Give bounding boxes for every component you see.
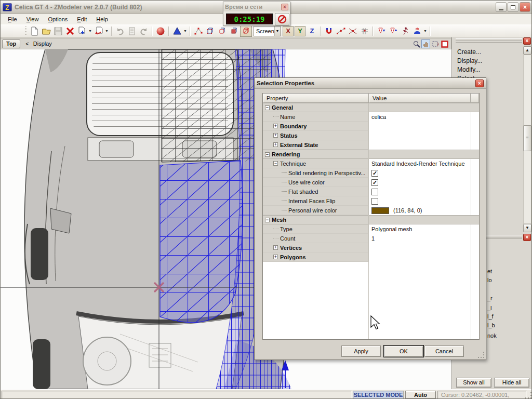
import-button[interactable]	[76, 25, 88, 37]
property-checkbox[interactable]	[371, 189, 378, 195]
property-row[interactable]: Flat shaded	[263, 187, 479, 196]
axis-x-toggle[interactable]: X	[283, 26, 294, 36]
column-header-property[interactable]: Property	[263, 94, 369, 103]
object-list-item[interactable]: l_f	[487, 313, 494, 320]
export-button[interactable]	[92, 25, 104, 37]
expand-toggle-icon[interactable]: +	[273, 255, 278, 259]
object-list-item[interactable]: _r	[487, 295, 493, 301]
command-create[interactable]: Create...	[457, 48, 504, 57]
objects-panel-close-icon[interactable]: ×	[523, 234, 531, 241]
scroll-down-icon[interactable]: ▼	[523, 224, 531, 232]
orbit-tool-icon[interactable]	[431, 39, 440, 48]
animation-set-icon[interactable]	[411, 25, 423, 37]
new-file-button[interactable]	[28, 25, 40, 37]
object-list-item[interactable]: lo	[487, 277, 492, 283]
object-list-item[interactable]: _l	[487, 305, 492, 311]
command-modify[interactable]: Modify...	[457, 66, 504, 74]
property-row[interactable]: −Rendering	[263, 150, 479, 159]
property-value[interactable]: 1	[371, 235, 375, 242]
property-row[interactable]: −TechniqueStandard Indexed-Render Techni…	[263, 159, 479, 168]
expand-toggle-icon[interactable]: +	[273, 245, 278, 250]
cone-dropdown-icon[interactable]: ▼	[183, 25, 188, 37]
property-row[interactable]: −Mesh	[263, 215, 479, 224]
timer-close-icon[interactable]: ×	[281, 4, 288, 10]
command-display[interactable]: Display...	[457, 57, 504, 65]
expand-toggle-icon[interactable]: +	[273, 124, 278, 128]
toolbar-grip[interactable]	[25, 26, 26, 36]
view-tab-top[interactable]: Top	[2, 39, 20, 48]
cone-tool-icon[interactable]	[171, 25, 183, 37]
object-list-item[interactable]: l_b	[487, 322, 495, 328]
property-row[interactable]: Use wire color✓	[263, 178, 479, 187]
menu-edit[interactable]: Edit	[73, 15, 91, 23]
combobox-dropdown-icon[interactable]: ▼	[274, 26, 280, 36]
object-list-item[interactable]: nok	[487, 332, 497, 339]
property-value[interactable]: Polygonal mesh	[371, 226, 412, 232]
expand-toggle-icon[interactable]: −	[265, 218, 270, 222]
property-value[interactable]: celica	[371, 114, 386, 120]
scroll-thumb[interactable]: ≡	[523, 125, 531, 151]
save-button[interactable]	[52, 25, 64, 37]
weld-vertices-icon[interactable]	[335, 25, 347, 37]
axis-y-toggle[interactable]: Y	[295, 26, 305, 36]
property-checkbox[interactable]	[371, 198, 378, 205]
view-menu-arrow[interactable]: <	[25, 41, 29, 47]
history-log-button[interactable]	[126, 25, 138, 37]
mode-faces-icon[interactable]	[228, 25, 240, 37]
expand-toggle-icon[interactable]: +	[273, 142, 278, 147]
runner-animation-icon[interactable]	[399, 25, 411, 37]
scroll-up-icon[interactable]: ▲	[523, 46, 531, 55]
property-row[interactable]: Internal Faces Flip	[263, 196, 479, 206]
property-row[interactable]: +Polygons	[263, 252, 479, 262]
commands-scrollbar[interactable]: ▲ ≡ ▼	[523, 37, 531, 233]
show-all-button[interactable]: Show all	[456, 378, 491, 388]
dialog-resize-grip[interactable]	[478, 352, 485, 358]
property-row[interactable]: TypePolygonal mesh	[263, 224, 479, 234]
property-row[interactable]: +External State	[263, 140, 479, 150]
close-button[interactable]: ×	[520, 2, 530, 12]
expand-toggle-icon[interactable]: +	[273, 133, 278, 138]
redo-button[interactable]	[138, 25, 150, 37]
cone-up-tool-icon[interactable]	[387, 25, 399, 37]
property-row[interactable]: Solid rendering in Perspectiv...✓	[263, 168, 479, 178]
column-header-value[interactable]: Value	[369, 94, 471, 103]
dialog-close-icon[interactable]: ×	[475, 79, 484, 87]
minimize-button[interactable]	[496, 2, 507, 12]
expand-toggle-icon[interactable]: −	[265, 152, 270, 157]
property-row[interactable]: Personal wire color(116, 84, 0)	[263, 206, 479, 215]
expand-toggle-icon[interactable]: −	[265, 105, 270, 110]
maximize-viewport-icon[interactable]	[440, 39, 449, 48]
property-value[interactable]: Standard Indexed-Render Technique	[371, 161, 465, 167]
mode-edges-icon[interactable]	[216, 25, 228, 37]
apply-button[interactable]: Apply	[341, 345, 381, 357]
property-row[interactable]: Count1	[263, 234, 479, 243]
axis-z-toggle[interactable]: Z	[307, 26, 317, 36]
mode-objects-icon[interactable]	[240, 25, 252, 37]
select-vertices-icon[interactable]	[192, 25, 204, 37]
view-display-menu[interactable]: Display	[33, 41, 52, 47]
zoom-tool-icon[interactable]	[412, 39, 421, 48]
undo-button[interactable]	[114, 25, 126, 37]
property-checkbox[interactable]: ✓	[371, 170, 378, 177]
break-vertices-icon[interactable]	[347, 25, 358, 37]
animation-dropdown-icon[interactable]: ▼	[423, 25, 428, 37]
menu-help[interactable]: Help	[92, 15, 112, 23]
restore-button[interactable]	[508, 2, 518, 12]
cone-down-tool-icon[interactable]	[375, 25, 387, 37]
dialog-titlebar[interactable]: Selection Properties ×	[255, 78, 486, 89]
import-dropdown-icon[interactable]: ▼	[88, 25, 92, 37]
property-row[interactable]: Namecelica	[263, 112, 479, 122]
property-value[interactable]: (116, 84, 0)	[393, 207, 422, 214]
expand-toggle-icon[interactable]: −	[273, 161, 278, 166]
cancel-button[interactable]: Cancel	[424, 345, 464, 357]
export-dropdown-icon[interactable]: ▼	[104, 25, 109, 37]
menu-options[interactable]: Options	[44, 15, 72, 23]
object-list-item[interactable]: et	[487, 268, 492, 274]
color-swatch[interactable]	[371, 207, 389, 214]
disconnect-button[interactable]	[275, 13, 289, 25]
timer-titlebar[interactable]: Время в сети ×	[223, 2, 290, 11]
hide-all-button[interactable]: Hide all	[494, 378, 529, 388]
panel-grip[interactable]	[456, 38, 522, 41]
mode-vertices-icon[interactable]	[204, 25, 216, 37]
snap-magnet-icon[interactable]	[323, 25, 335, 37]
